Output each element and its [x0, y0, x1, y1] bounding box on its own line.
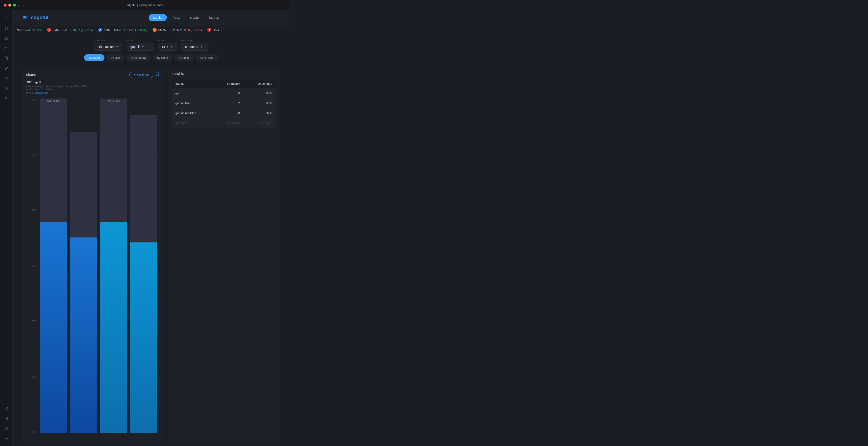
- bar-3-not-filled: 37% not filled: [100, 98, 127, 222]
- gap-up-col: gap up: [176, 82, 208, 86]
- ticker-bac[interactable]: B BAC ↑↓: [207, 28, 222, 32]
- frequency-col: frequency: [208, 82, 240, 86]
- filter-standard[interactable]: standard: [84, 54, 105, 61]
- close-button[interactable]: [4, 4, 6, 6]
- filter-by-close[interactable]: by close: [153, 54, 173, 61]
- ticker-dropdown[interactable]: SPY ▼: [158, 43, 177, 51]
- bar-2-wrapper: [70, 132, 97, 433]
- chart-area: 100% 90% 80% 70% 60% 50% 40%: [26, 98, 159, 438]
- filter-by-size[interactable]: by size: [106, 54, 124, 61]
- minimize-button[interactable]: [8, 4, 11, 6]
- cell-guf-percentage: 65%: [240, 101, 272, 105]
- report-group: report gap fill ▼: [127, 39, 154, 51]
- filter-by-spike[interactable]: by spike: [174, 54, 194, 61]
- bar-1-not-filled-label: 37% not filled: [46, 98, 60, 102]
- panels: charts customize SPY gap fill custom set…: [13, 63, 289, 446]
- amd-price: 155.87: [114, 28, 123, 32]
- person-icon[interactable]: [2, 94, 10, 102]
- cell-gap-label: gap: [176, 92, 208, 95]
- network-icon[interactable]: [2, 74, 10, 82]
- ticker-chevron: ▼: [170, 45, 173, 48]
- y-axis: 100% 90% 80% 70% 60% 50% 40%: [26, 98, 37, 438]
- tab-crypto[interactable]: crypto: [186, 14, 203, 21]
- table-row-gap-up-not-filled: gap up not filled 28 34%: [172, 108, 276, 118]
- bar-1-stack: 37% not filled: [40, 98, 67, 433]
- chart-description: custom settings: portion of the gap that…: [26, 85, 159, 88]
- bookmark-button[interactable]: [156, 72, 159, 77]
- tab-futures[interactable]: futures: [205, 14, 223, 21]
- ticker-amzn[interactable]: a AMZN • 182.55 D -0.58 (-0.32%): [153, 28, 202, 32]
- svg-line-16: [6, 77, 8, 78]
- bar-3-filled: [100, 222, 127, 433]
- document-icon[interactable]: [2, 54, 10, 62]
- logo: edgeful: [22, 14, 49, 21]
- signout-icon[interactable]: [2, 434, 10, 442]
- svg-text:?: ?: [6, 407, 7, 410]
- amc-logo: A: [47, 28, 51, 32]
- bar-4-stack: [130, 115, 157, 433]
- gap-down-frequency: frequency: [208, 121, 240, 125]
- report-type-dropdown[interactable]: price action ▼: [94, 43, 122, 51]
- ticker-amd[interactable]: AMD • 155.87 D +4.29 (+2.83%): [98, 28, 147, 32]
- header: edgeful stocks forex crypto futures: [13, 10, 289, 26]
- date-range-label: date range: [181, 39, 209, 41]
- svg-point-28: [134, 74, 135, 75]
- sidebar-toggle[interactable]: ›: [3, 13, 10, 21]
- ticker-amc[interactable]: A AMC • 5.28 D +0.27 (+5.39%): [47, 28, 93, 32]
- bar-4-filled: [130, 243, 157, 433]
- badge-icon[interactable]: [2, 414, 10, 422]
- charts-panel-header: charts customize: [26, 72, 159, 78]
- svg-line-17: [5, 78, 6, 79]
- bac-symbol: BAC: [213, 28, 219, 32]
- insights-panel: insights gap up frequency percentage gap…: [167, 67, 280, 442]
- gap-down-section: gap down frequency percentage: [172, 118, 276, 128]
- phone-icon[interactable]: [2, 84, 10, 92]
- table-row-gap-up-filled: gap up filled 52 65%: [172, 98, 276, 108]
- y-label-100: 100%: [26, 98, 36, 101]
- amd-d: D: [124, 29, 126, 31]
- app-body: › ?: [0, 10, 289, 446]
- customize-button[interactable]: customize: [129, 72, 153, 78]
- y-label-50: 50%: [26, 376, 36, 378]
- forward-arrow[interactable]: ›: [23, 3, 24, 7]
- bar-1-wrapper: 37% not filled: [40, 98, 67, 433]
- bar-4-wrapper: [130, 115, 157, 433]
- bar-2: [70, 98, 97, 433]
- video-icon[interactable]: [2, 34, 10, 42]
- tab-forex[interactable]: forex: [168, 14, 184, 21]
- ticker-group: ticker SPY ▼: [158, 39, 177, 51]
- bar-4: [130, 98, 157, 433]
- gap-down-label: gap down: [176, 121, 208, 125]
- edgeful-link[interactable]: edgeful.com: [35, 91, 49, 94]
- date-range-dropdown[interactable]: 6 months ▼: [181, 43, 209, 51]
- calendar-icon[interactable]: [2, 44, 10, 53]
- amc-symbol: AMC: [53, 28, 59, 32]
- insights-title: insights: [172, 72, 276, 76]
- back-arrow[interactable]: ‹: [18, 3, 19, 7]
- bar-3-wrapper: 37% not filled: [100, 98, 127, 433]
- main-content: edgeful stocks forex crypto futures •5D …: [13, 10, 289, 446]
- circle-icon[interactable]: [2, 424, 10, 433]
- svg-rect-1: [5, 37, 7, 39]
- svg-point-25: [5, 427, 8, 430]
- cell-guf-label: gap up filled: [176, 101, 208, 105]
- discord-icon[interactable]: [2, 24, 10, 33]
- gap-down-percentage: percentage: [240, 121, 272, 125]
- gap-up-header: gap up frequency percentage: [172, 79, 276, 88]
- titlebar: ‹ › edgeful | trading made easy: [0, 0, 289, 10]
- report-dropdown[interactable]: gap fill ▼: [127, 43, 154, 51]
- report-type-group: report type price action ▼: [94, 39, 122, 51]
- bar-1-filled: [40, 222, 67, 433]
- ticker-item[interactable]: •5D +0.22 (+0.79%): [17, 28, 41, 31]
- tab-stocks[interactable]: stocks: [149, 14, 167, 21]
- filter-by-fill-time[interactable]: by fill time: [196, 54, 218, 61]
- cell-gunf-label: gap up not filled: [176, 112, 208, 115]
- wrench-icon[interactable]: [2, 64, 10, 72]
- amzn-logo: a: [153, 28, 157, 32]
- question-icon[interactable]: ?: [2, 405, 10, 413]
- maximize-button[interactable]: [13, 4, 16, 6]
- ticker-label: ticker: [158, 39, 177, 41]
- filter-by-weekday[interactable]: by weekday: [126, 54, 151, 61]
- controls: report type price action ▼ report gap fi…: [13, 34, 289, 63]
- bar-3: 37% not filled: [100, 98, 127, 433]
